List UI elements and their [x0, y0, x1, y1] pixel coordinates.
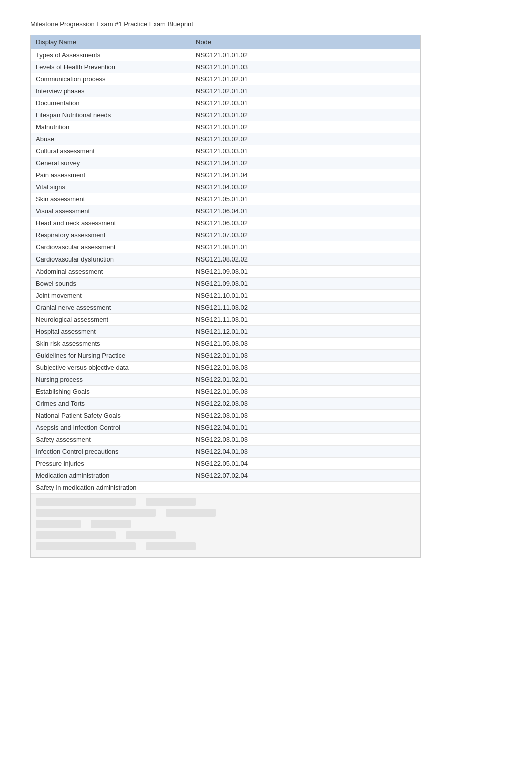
row-node: NSG121.03.03.01	[196, 147, 415, 155]
row-display-name: Abuse	[36, 135, 196, 143]
row-display-name: Subjective versus objective data	[36, 364, 196, 371]
table-body: Types of AssessmentsNSG121.01.01.02Level…	[31, 49, 420, 493]
row-display-name: Pain assessment	[36, 171, 196, 179]
row-node: NSG121.03.01.02	[196, 111, 415, 119]
table-row: Abdominal assessmentNSG121.09.03.01	[31, 265, 420, 277]
row-node: NSG121.09.03.01	[196, 268, 415, 275]
row-display-name: Cultural assessment	[36, 147, 196, 155]
row-node: NSG121.10.01.01	[196, 292, 415, 299]
row-node: NSG122.01.05.03	[196, 388, 415, 395]
table-row: Guidelines for Nursing PracticeNSG122.01…	[31, 349, 420, 361]
row-node: NSG121.05.03.03	[196, 340, 415, 347]
row-display-name: Interview phases	[36, 87, 196, 95]
table-row: National Patient Safety GoalsNSG122.03.0…	[31, 409, 420, 421]
row-node: NSG121.04.01.02	[196, 159, 415, 167]
table-row: Pain assessmentNSG121.04.01.04	[31, 169, 420, 181]
row-display-name: Skin assessment	[36, 195, 196, 203]
row-display-name: Cardiovascular dysfunction	[36, 255, 196, 263]
table-row: Cardiovascular assessmentNSG121.08.01.01	[31, 241, 420, 253]
table-row: Interview phasesNSG121.02.01.01	[31, 85, 420, 97]
row-display-name: Lifespan Nutritional needs	[36, 111, 196, 119]
table-row: Subjective versus objective dataNSG122.0…	[31, 361, 420, 373]
table-row: Visual assessmentNSG121.06.04.01	[31, 205, 420, 217]
row-node: NSG121.05.01.01	[196, 195, 415, 203]
row-node: NSG121.07.03.02	[196, 231, 415, 239]
row-display-name: Infection Control precautions	[36, 448, 196, 455]
table-row: Bowel soundsNSG121.09.03.01	[31, 277, 420, 289]
row-display-name: Types of Assessments	[36, 51, 196, 59]
header-display-name: Display Name	[36, 38, 196, 46]
table-row: Cardiovascular dysfunctionNSG121.08.02.0…	[31, 253, 420, 265]
table-row: Respiratory assessmentNSG121.07.03.02	[31, 229, 420, 241]
row-node: NSG121.04.03.02	[196, 183, 415, 191]
row-node: NSG122.05.01.04	[196, 460, 415, 467]
table-row: Hospital assessmentNSG121.12.01.01	[31, 325, 420, 337]
row-node: NSG121.11.03.01	[196, 316, 415, 323]
row-display-name: Visual assessment	[36, 207, 196, 215]
table-row: Nursing processNSG122.01.02.01	[31, 373, 420, 385]
table-row: Safety assessmentNSG122.03.01.03	[31, 433, 420, 445]
row-display-name: Nursing process	[36, 376, 196, 383]
table-row: Skin risk assessmentsNSG121.05.03.03	[31, 337, 420, 349]
row-display-name: Crimes and Torts	[36, 400, 196, 407]
row-node: NSG121.06.03.02	[196, 219, 415, 227]
row-display-name: Asepsis and Infection Control	[36, 424, 196, 431]
table-row: Establishing GoalsNSG122.01.05.03	[31, 385, 420, 397]
row-node: NSG121.09.03.01	[196, 280, 415, 287]
table-row: Lifespan Nutritional needsNSG121.03.01.0…	[31, 109, 420, 121]
table-row: Safety in medication administration	[31, 481, 420, 493]
row-display-name: Levels of Health Prevention	[36, 63, 196, 71]
table-row: Asepsis and Infection ControlNSG122.04.0…	[31, 421, 420, 433]
row-display-name: Establishing Goals	[36, 388, 196, 395]
row-node: NSG121.06.04.01	[196, 207, 415, 215]
row-node: NSG121.01.01.02	[196, 51, 415, 59]
row-node: NSG122.02.03.03	[196, 400, 415, 407]
row-display-name: Respiratory assessment	[36, 231, 196, 239]
table-row: AbuseNSG121.03.02.02	[31, 133, 420, 145]
table-row: Skin assessmentNSG121.05.01.01	[31, 193, 420, 205]
row-display-name: Communication process	[36, 75, 196, 83]
row-display-name: Documentation	[36, 99, 196, 107]
table-row: MalnutritionNSG121.03.01.02	[31, 121, 420, 133]
row-display-name: Joint movement	[36, 292, 196, 299]
table-container: Display Name Node Types of AssessmentsNS…	[30, 35, 421, 558]
row-node: NSG122.03.01.03	[196, 412, 415, 419]
table-row: Head and neck assessmentNSG121.06.03.02	[31, 217, 420, 229]
table-row: Levels of Health PreventionNSG121.01.01.…	[31, 61, 420, 73]
row-node: NSG122.04.01.03	[196, 448, 415, 455]
table-row: Neurological assessmentNSG121.11.03.01	[31, 313, 420, 325]
row-node: NSG122.01.02.01	[196, 376, 415, 383]
row-node: NSG121.04.01.04	[196, 171, 415, 179]
table-row: Types of AssessmentsNSG121.01.01.02	[31, 49, 420, 61]
row-node: NSG121.12.01.01	[196, 328, 415, 335]
row-node: NSG122.03.01.03	[196, 436, 415, 443]
header-node: Node	[196, 38, 415, 46]
row-node: NSG121.01.02.01	[196, 75, 415, 83]
row-node: NSG122.07.02.04	[196, 472, 415, 479]
row-display-name: Vital signs	[36, 183, 196, 191]
row-display-name: Hospital assessment	[36, 328, 196, 335]
row-node: NSG122.04.01.01	[196, 424, 415, 431]
row-node: NSG121.08.02.02	[196, 255, 415, 263]
table-row: Pressure injuriesNSG122.05.01.04	[31, 457, 420, 469]
row-display-name: Safety in medication administration	[36, 484, 196, 491]
row-node: NSG121.02.03.01	[196, 99, 415, 107]
row-display-name: Pressure injuries	[36, 460, 196, 467]
row-node: NSG121.03.02.02	[196, 135, 415, 143]
row-display-name: Cardiovascular assessment	[36, 243, 196, 251]
table-row: DocumentationNSG121.02.03.01	[31, 97, 420, 109]
row-display-name: National Patient Safety Goals	[36, 412, 196, 419]
row-display-name: Cranial nerve assessment	[36, 304, 196, 311]
row-display-name: Neurological assessment	[36, 316, 196, 323]
row-node: NSG122.01.01.03	[196, 352, 415, 359]
row-node: NSG121.01.01.03	[196, 63, 415, 71]
row-display-name: Bowel sounds	[36, 280, 196, 287]
table-row: Cultural assessmentNSG121.03.03.01	[31, 145, 420, 157]
row-display-name: Guidelines for Nursing Practice	[36, 352, 196, 359]
row-node: NSG121.03.01.02	[196, 123, 415, 131]
table-row: Cranial nerve assessmentNSG121.11.03.02	[31, 301, 420, 313]
row-display-name: Malnutrition	[36, 123, 196, 131]
row-display-name: Skin risk assessments	[36, 340, 196, 347]
table-row: Communication processNSG121.01.02.01	[31, 73, 420, 85]
row-node: NSG121.08.01.01	[196, 243, 415, 251]
